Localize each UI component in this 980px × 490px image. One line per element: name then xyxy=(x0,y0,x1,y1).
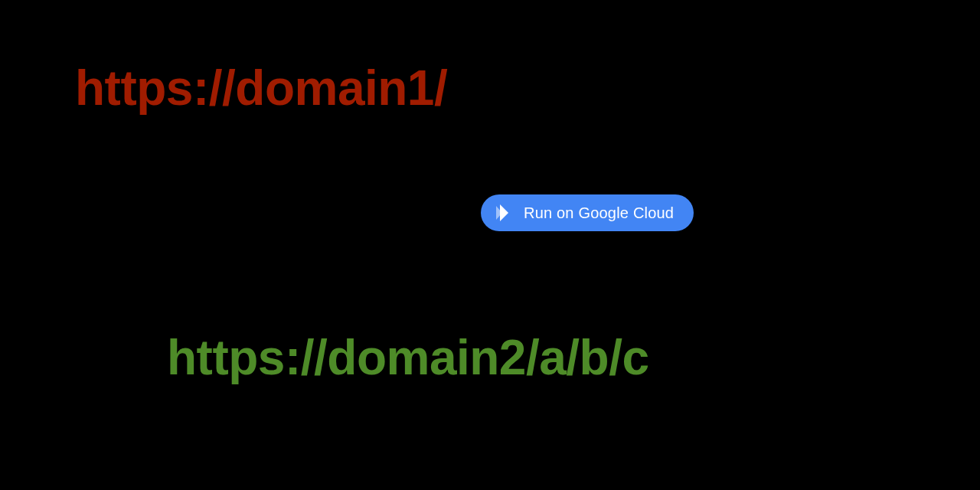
url-secondary-text: https://domain2/a/b/c xyxy=(167,329,649,386)
cloud-run-icon xyxy=(495,203,516,223)
url-primary-text: https://domain1/ xyxy=(75,60,447,116)
run-button-label: Run on Google Cloud xyxy=(524,204,674,222)
run-on-google-cloud-button[interactable]: Run on Google Cloud xyxy=(481,194,694,231)
